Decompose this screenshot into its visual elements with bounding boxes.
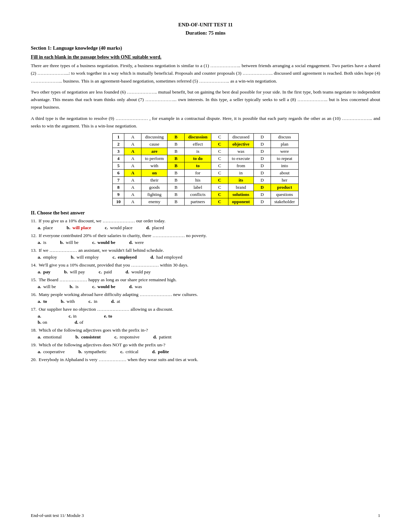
option[interactable]: d. at — [111, 299, 120, 304]
option[interactable]: a. to — [38, 299, 47, 304]
option[interactable]: b. will pay — [64, 269, 85, 275]
option[interactable]: d. were — [129, 240, 144, 245]
question-12: 12.If everyone contributed 20% of their … — [31, 232, 380, 245]
option[interactable]: d. would pay — [126, 269, 151, 275]
question-15: 15.The Board ……………… happy as long as our… — [31, 276, 380, 289]
option[interactable]: a. emotional — [38, 334, 62, 340]
option[interactable]: d. was — [129, 284, 142, 289]
page-footer: End-of-unit test 11/ Module 3 1 — [31, 513, 380, 518]
option[interactable]: c. would be — [92, 240, 115, 245]
footer-right: 1 — [378, 513, 381, 518]
option[interactable]: b. will be — [60, 240, 78, 245]
option[interactable]: c. would place — [105, 225, 133, 231]
option[interactable]: a. cooperative — [38, 349, 65, 355]
question-20: 20.Everybody in Alphaland is very ………………… — [31, 356, 380, 364]
option[interactable]: a. employ — [38, 255, 57, 260]
passage-p3: A third type is the negotiation to resol… — [31, 115, 380, 130]
option[interactable]: a. place — [38, 225, 53, 231]
option[interactable]: a. pay — [38, 269, 50, 275]
passage-p1: There are three types of a business nego… — [31, 62, 380, 85]
option[interactable]: a. is — [38, 240, 46, 245]
question-16: 16.Many people working abroad have diffi… — [31, 291, 380, 304]
question-14: 14.We'll give you a 10% discount, provid… — [31, 261, 380, 275]
question-18: 18.Which of the following adjectives goe… — [31, 326, 380, 340]
option[interactable]: b. sympathetic — [78, 349, 107, 355]
section1-heading: Section 1: Language knowledge (40 marks) — [31, 45, 380, 51]
option[interactable]: d. patient — [153, 334, 172, 340]
option[interactable]: b. will employ — [71, 255, 99, 260]
option[interactable]: d. had employed — [150, 255, 182, 260]
question-13: 13.If we ……………… an assistant, we wouldn'… — [31, 247, 380, 260]
subsection1-heading: Fill in each blank in the passage below … — [31, 54, 380, 60]
mcq-section: II. Choose the best answer 11.If you giv… — [31, 210, 380, 363]
page-title: END-OF-UNIT TEST 11 Duration: 75 mins — [31, 21, 380, 37]
question-19: 19.Which of the following adjectives doe… — [31, 341, 380, 355]
option[interactable]: b. will place — [67, 225, 91, 231]
option[interactable]: c. responsive — [114, 334, 139, 340]
option[interactable]: c. would be — [92, 284, 115, 289]
answer-table: 1AdiscussingBdiscussionCdiscussedDdiscus… — [112, 133, 299, 206]
option[interactable]: a. will be — [38, 284, 56, 289]
question-11: 11.If you give us a 10% discount, we ………… — [31, 217, 380, 231]
option[interactable]: c. in — [88, 299, 97, 304]
passage-p2: Two other types of negotiation are less … — [31, 88, 380, 111]
option[interactable]: c. critical — [120, 349, 138, 355]
option[interactable]: c. paid — [99, 269, 112, 275]
option[interactable]: b. with — [61, 299, 75, 304]
question-17: 17.Our supplier have no objection ………………… — [31, 306, 380, 325]
mcq-title: II. Choose the best answer — [31, 210, 380, 216]
option[interactable]: b. is — [70, 284, 78, 289]
option[interactable]: d. placed — [146, 225, 164, 231]
option[interactable]: d. polite — [152, 349, 169, 355]
passage-block: There are three types of a business nego… — [31, 62, 380, 130]
footer-left: End-of-unit test 11/ Module 3 — [31, 513, 84, 518]
option[interactable]: b. consistent — [75, 334, 101, 340]
option[interactable]: c. employed — [112, 255, 137, 260]
